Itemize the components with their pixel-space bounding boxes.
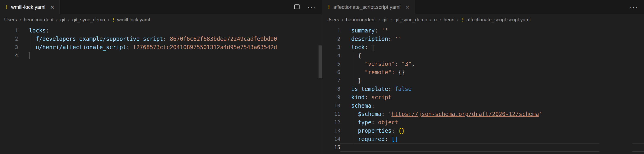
chevron-right-icon: ›	[68, 17, 70, 23]
indent-guide	[353, 135, 353, 143]
close-icon[interactable]: ×	[50, 4, 54, 10]
chevron-right-icon: ›	[342, 17, 343, 23]
breadcrumb-item[interactable]: git_sync_demo	[394, 17, 427, 22]
indent-guide	[353, 110, 353, 118]
line-number: 4	[0, 52, 18, 60]
tab-wmill-lock[interactable]: ! wmill-lock.yaml ×	[0, 0, 60, 14]
chevron-right-icon: ›	[56, 17, 58, 23]
line-number: 7	[322, 76, 340, 85]
code-line: 9kind: script	[322, 93, 644, 102]
code-line: 8is_template: false	[322, 85, 644, 93]
line-number: 14	[322, 135, 340, 143]
code-text: lock: |	[351, 43, 375, 52]
chevron-right-icon: ›	[108, 17, 109, 23]
more-actions-icon[interactable]: ···	[308, 4, 316, 11]
indent-guide	[353, 127, 353, 135]
breadcrumb-item[interactable]: Users	[4, 17, 17, 22]
code-lines: 1locks:2 f/developers_example/supportive…	[0, 26, 322, 60]
code-text: kind: script	[351, 93, 391, 102]
line-number: 12	[322, 118, 340, 127]
line-number: 6	[322, 68, 340, 76]
code-line: 5 "version": "3",	[322, 60, 644, 68]
code-text: locks:	[29, 26, 49, 35]
code-text: is_template: false	[351, 85, 412, 93]
breadcrumb-item[interactable]: u	[434, 17, 437, 22]
line-number: 4	[322, 52, 340, 60]
tab-bar-left: ! wmill-lock.yaml × ···	[0, 0, 322, 14]
line-number: 3	[0, 43, 18, 52]
chevron-right-icon: ›	[440, 17, 441, 23]
close-icon[interactable]: ×	[406, 4, 409, 10]
code-text: properties: {}	[351, 127, 405, 135]
yaml-file-icon: !	[327, 4, 330, 10]
line-number: 3	[322, 43, 340, 52]
editor-group-right: ! affectionate_script.script.yaml × ··· …	[322, 0, 644, 154]
code-line: 11 $schema: 'https://json-schema.org/dra…	[322, 110, 644, 118]
breadcrumb-item[interactable]: henri	[444, 17, 454, 22]
minimap[interactable]	[600, 26, 632, 154]
code-line: 3 u/henri/affectionate_script: f2768573c…	[0, 43, 322, 52]
breadcrumb-file[interactable]: !affectionate_script.script.yaml	[461, 17, 530, 23]
code-text: $schema: 'https://json-schema.org/draft/…	[351, 110, 542, 118]
line-number: 9	[322, 93, 340, 102]
chevron-right-icon: ›	[378, 17, 380, 23]
code-editor[interactable]: 1locks:2 f/developers_example/supportive…	[0, 25, 322, 154]
indent-guide	[353, 68, 353, 76]
code-text: required: []	[351, 135, 398, 143]
text-cursor	[29, 52, 30, 59]
chevron-right-icon: ›	[20, 17, 21, 23]
scrollbar-thumb[interactable]	[318, 46, 322, 78]
split-editor-icon[interactable]	[294, 4, 300, 11]
code-line: 4 {	[322, 52, 644, 60]
code-editor[interactable]: 1summary: ''2description: ''3lock: |4 {5…	[322, 25, 644, 154]
code-line: 2description: ''	[322, 35, 644, 43]
code-line: 13 properties: {}	[322, 127, 644, 135]
code-line: 14 required: []	[322, 135, 644, 143]
code-text: type: object	[351, 118, 398, 127]
tab-affectionate-script[interactable]: ! affectionate_script.script.yaml ×	[322, 0, 415, 14]
breadcrumb-item[interactable]: henricourdent	[24, 17, 53, 22]
code-line: 10schema:	[322, 102, 644, 110]
vscode-window: ! wmill-lock.yaml × ··· Users›henricourd…	[0, 0, 644, 154]
code-line: 15	[322, 143, 644, 152]
breadcrumb-item[interactable]: git_sync_demo	[72, 17, 105, 22]
breadcrumb-file[interactable]: !wmill-lock.yaml	[112, 17, 150, 23]
yaml-file-icon: !	[112, 17, 115, 23]
tab-bar-right: ! affectionate_script.script.yaml × ···	[322, 0, 644, 14]
indent-guide	[353, 52, 353, 60]
indent-guide	[30, 43, 31, 52]
line-number: 13	[322, 127, 340, 135]
line-number: 15	[322, 143, 340, 152]
breadcrumb-item[interactable]: git	[382, 17, 388, 22]
chevron-right-icon: ›	[390, 17, 392, 23]
line-number: 2	[0, 35, 18, 43]
code-line: 6 "remote": {}	[322, 68, 644, 76]
code-text: summary: ''	[351, 26, 388, 35]
scrollbar[interactable]	[318, 25, 322, 154]
editor-actions-right: ···	[624, 0, 644, 14]
code-text: schema:	[351, 102, 375, 110]
code-line: 12 type: object	[322, 118, 644, 127]
code-text: "version": "3",	[351, 60, 415, 68]
chevron-right-icon: ›	[457, 17, 459, 23]
code-text: "remote": {}	[351, 68, 405, 76]
breadcrumb-file-label: wmill-lock.yaml	[117, 17, 150, 22]
more-actions-icon[interactable]: ···	[630, 4, 638, 11]
tab-label: wmill-lock.yaml	[11, 4, 46, 10]
code-text: u/henri/affectionate_script: f2768573cfc…	[29, 43, 277, 52]
breadcrumb-item[interactable]: git	[60, 17, 66, 22]
indent-guide	[30, 35, 31, 43]
code-line: 3lock: |	[322, 43, 644, 52]
yaml-file-icon: !	[5, 4, 8, 10]
minimap[interactable]	[279, 26, 316, 154]
code-lines: 1summary: ''2description: ''3lock: |4 {5…	[322, 26, 644, 152]
indent-guide	[353, 118, 353, 127]
breadcrumb-item[interactable]: Users	[326, 17, 339, 22]
line-number: 2	[322, 35, 340, 43]
line-number: 1	[322, 26, 340, 35]
breadcrumb-item[interactable]: henricourdent	[346, 17, 376, 22]
yaml-file-icon: !	[461, 17, 464, 23]
current-line-border	[340, 143, 644, 152]
code-line: 4	[0, 52, 322, 60]
breadcrumb-file-label: affectionate_script.script.yaml	[466, 17, 530, 22]
